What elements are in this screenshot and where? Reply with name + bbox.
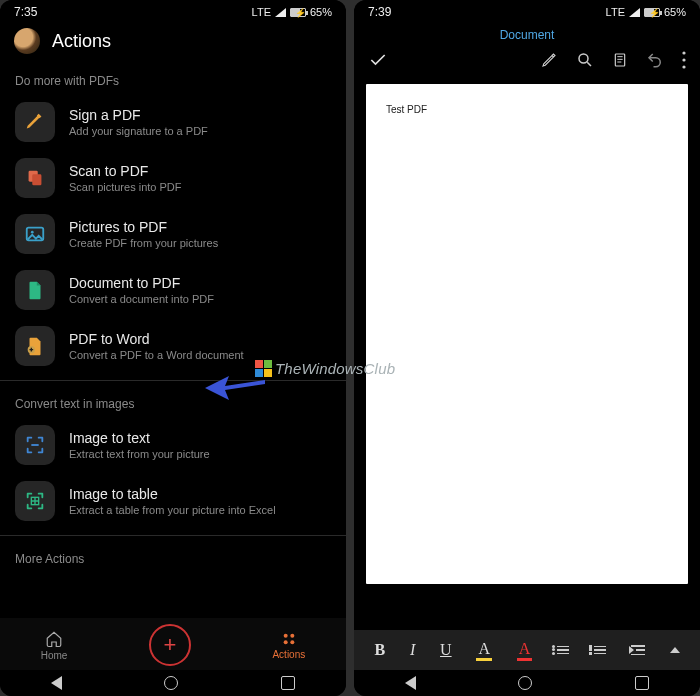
read-mode-icon[interactable] bbox=[612, 51, 628, 69]
svg-point-14 bbox=[682, 58, 685, 61]
avatar[interactable] bbox=[14, 28, 40, 54]
underline-button[interactable]: U bbox=[440, 641, 452, 659]
bold-button[interactable]: B bbox=[374, 641, 385, 659]
italic-button[interactable]: I bbox=[410, 641, 415, 659]
svg-point-10 bbox=[290, 640, 294, 644]
format-bar: B I U A A bbox=[354, 630, 700, 670]
status-time: 7:35 bbox=[14, 5, 37, 19]
indent-button[interactable] bbox=[631, 644, 645, 656]
svg-point-15 bbox=[682, 65, 685, 68]
status-network: LTE bbox=[606, 6, 625, 18]
font-color-button[interactable]: A bbox=[517, 640, 533, 661]
grid-icon bbox=[281, 631, 297, 647]
action-title: Image to text bbox=[69, 430, 210, 446]
watermark-text: TheWindowsClub bbox=[275, 360, 395, 377]
action-sub: Convert a document into PDF bbox=[69, 293, 214, 305]
action-sub: Extract a table from your picture into E… bbox=[69, 504, 276, 516]
number-list-button[interactable] bbox=[594, 646, 606, 655]
recents-icon[interactable] bbox=[635, 676, 649, 690]
plus-icon: + bbox=[164, 632, 177, 658]
nav-actions-label: Actions bbox=[272, 649, 305, 660]
phone-document-screen: 7:39 LTE ⚡ 65% Document Test PDF bbox=[354, 0, 700, 696]
more-icon[interactable] bbox=[682, 51, 686, 69]
home-icon bbox=[45, 630, 63, 648]
battery-icon: ⚡ bbox=[644, 8, 660, 17]
nav-home-label: Home bbox=[41, 650, 68, 661]
action-image-text[interactable]: Image to text Extract text from your pic… bbox=[0, 417, 346, 473]
svg-point-8 bbox=[290, 633, 294, 637]
svg-point-11 bbox=[579, 54, 588, 63]
nav-actions[interactable]: Actions bbox=[272, 631, 305, 660]
action-image-table[interactable]: Image to table Extract a table from your… bbox=[0, 473, 346, 529]
action-title: Image to table bbox=[69, 486, 276, 502]
page-title: Actions bbox=[52, 31, 111, 52]
watermark: TheWindowsClub bbox=[255, 360, 395, 377]
svg-point-13 bbox=[682, 51, 685, 54]
highlight-button[interactable]: A bbox=[476, 640, 492, 661]
status-bar: 7:39 LTE ⚡ 65% bbox=[354, 0, 700, 22]
undo-icon[interactable] bbox=[646, 51, 664, 69]
svg-rect-12 bbox=[615, 54, 624, 66]
signal-icon bbox=[275, 8, 286, 17]
section-title-pdfs: Do more with PDFs bbox=[0, 64, 346, 94]
document-page[interactable]: Test PDF bbox=[366, 84, 688, 584]
battery-icon: ⚡ bbox=[290, 8, 306, 17]
pen-icon bbox=[15, 102, 55, 142]
back-icon[interactable] bbox=[405, 676, 416, 690]
draw-icon[interactable] bbox=[540, 51, 558, 69]
page-content: Test PDF bbox=[386, 104, 427, 115]
done-icon[interactable] bbox=[368, 50, 388, 70]
back-icon[interactable] bbox=[51, 676, 62, 690]
image-table-icon bbox=[15, 481, 55, 521]
action-scan-pdf[interactable]: Scan to PDF Scan pictures into PDF bbox=[0, 150, 346, 206]
scan-icon bbox=[15, 158, 55, 198]
action-sub: Extract text from your picture bbox=[69, 448, 210, 460]
bullet-list-button[interactable] bbox=[557, 646, 569, 655]
svg-point-7 bbox=[283, 633, 287, 637]
action-sub: Convert a PDF to a Word document bbox=[69, 349, 244, 361]
svg-point-9 bbox=[283, 640, 287, 644]
action-title: Scan to PDF bbox=[69, 163, 182, 179]
action-title: Sign a PDF bbox=[69, 107, 208, 123]
nav-add-button[interactable]: + bbox=[149, 624, 191, 666]
status-bar: 7:35 LTE ⚡ 65% bbox=[0, 0, 346, 22]
document-icon bbox=[15, 270, 55, 310]
signal-icon bbox=[629, 8, 640, 17]
section-title-more: More Actions bbox=[0, 542, 346, 572]
app-header: Actions bbox=[0, 22, 346, 64]
picture-icon bbox=[15, 214, 55, 254]
status-battery: 65% bbox=[664, 6, 686, 18]
svg-rect-5 bbox=[31, 444, 38, 446]
action-title: PDF to Word bbox=[69, 331, 244, 347]
status-battery: 65% bbox=[310, 6, 332, 18]
expand-format-icon[interactable] bbox=[670, 647, 680, 653]
action-sub: Scan pictures into PDF bbox=[69, 181, 182, 193]
svg-point-3 bbox=[31, 231, 34, 234]
doc-toolbar bbox=[354, 44, 700, 80]
home-icon[interactable] bbox=[164, 676, 178, 690]
status-network: LTE bbox=[252, 6, 271, 18]
document-label[interactable]: Document bbox=[354, 22, 700, 44]
action-sub: Create PDF from your pictures bbox=[69, 237, 218, 249]
section-title-images: Convert text in images bbox=[0, 387, 346, 417]
action-title: Pictures to PDF bbox=[69, 219, 218, 235]
nav-home[interactable]: Home bbox=[41, 630, 68, 661]
windows-logo-icon bbox=[255, 360, 272, 377]
action-title: Document to PDF bbox=[69, 275, 214, 291]
android-nav bbox=[0, 670, 346, 696]
action-pictures-pdf[interactable]: Pictures to PDF Create PDF from your pic… bbox=[0, 206, 346, 262]
android-nav bbox=[354, 670, 700, 696]
image-text-icon bbox=[15, 425, 55, 465]
home-icon[interactable] bbox=[518, 676, 532, 690]
search-icon[interactable] bbox=[576, 51, 594, 69]
pdf-word-icon bbox=[15, 326, 55, 366]
action-sub: Add your signature to a PDF bbox=[69, 125, 208, 137]
recents-icon[interactable] bbox=[281, 676, 295, 690]
phone-actions-screen: 7:35 LTE ⚡ 65% Actions Do more with PDFs bbox=[0, 0, 346, 696]
status-time: 7:39 bbox=[368, 5, 391, 19]
svg-rect-1 bbox=[32, 174, 41, 185]
bottom-nav: Home + Actions bbox=[0, 618, 346, 670]
action-sign-pdf[interactable]: Sign a PDF Add your signature to a PDF bbox=[0, 94, 346, 150]
action-doc-pdf[interactable]: Document to PDF Convert a document into … bbox=[0, 262, 346, 318]
